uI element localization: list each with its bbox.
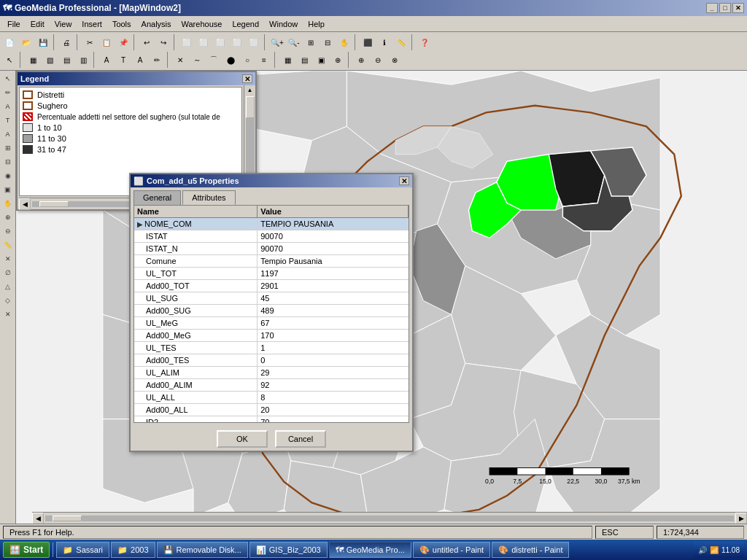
tb-r2[interactable]: ▧: [42, 52, 58, 68]
tb-zoom-prev[interactable]: ⊟: [320, 34, 336, 50]
tb-r17[interactable]: ▣: [313, 52, 329, 68]
left-btn-13[interactable]: 📏: [1, 238, 15, 252]
left-btn-15[interactable]: ∅: [1, 266, 15, 279]
tb-r21[interactable]: ⊗: [387, 52, 403, 68]
props-table-body[interactable]: ▶ NOME_COM TEMPIO PAUSANIA ISTAT 90070 I…: [134, 218, 409, 422]
menu-help[interactable]: Help: [303, 18, 329, 30]
tb-copy[interactable]: 📋: [98, 34, 115, 50]
left-btn-4[interactable]: T: [1, 114, 15, 127]
start-button[interactable]: 🪟 Start: [3, 542, 50, 558]
props-close-button[interactable]: ✕: [399, 176, 409, 185]
left-btn-10[interactable]: ✋: [1, 197, 15, 210]
props-row[interactable]: Add00_SUG 489: [134, 305, 409, 317]
props-row[interactable]: ISTAT_N 90070: [134, 243, 409, 255]
props-row[interactable]: Add00_ALIM 92: [134, 379, 409, 392]
left-btn-17[interactable]: ◇: [1, 294, 15, 307]
tb-arrow[interactable]: ↖: [1, 52, 18, 68]
props-row[interactable]: UL_ALL 8: [134, 392, 409, 404]
ok-button[interactable]: OK: [217, 430, 268, 448]
hscroll-thumb[interactable]: [53, 516, 82, 521]
tb-redo[interactable]: ↪: [155, 34, 171, 50]
hscroll-right[interactable]: ▶: [735, 513, 747, 524]
tb-zoom-full[interactable]: ⊞: [303, 34, 319, 50]
tb-undo[interactable]: ↩: [139, 34, 155, 50]
map-hscroll[interactable]: ◀ ▶: [32, 512, 747, 524]
tb-paste[interactable]: 📌: [115, 34, 131, 50]
tb-print[interactable]: 🖨: [58, 34, 74, 50]
map-area[interactable]: 0,0 7,5 15,0 22,5 30,0 37,5 km Legend ✕ …: [16, 71, 747, 524]
tb-r15[interactable]: ▦: [279, 52, 295, 68]
tb-r5[interactable]: A: [98, 52, 115, 68]
tb-pan[interactable]: ✋: [336, 34, 352, 50]
left-btn-7[interactable]: ⊟: [1, 155, 15, 168]
taskbar-geomedia[interactable]: 🗺 GeoMedia Pro...: [329, 542, 411, 558]
tb-b5[interactable]: ⬜: [246, 34, 262, 50]
tb-r6[interactable]: T: [115, 52, 131, 68]
props-title-bar[interactable]: ⬜ Com_add_u5 Properties ✕: [131, 174, 412, 187]
props-row[interactable]: UL_MeG 67: [134, 317, 409, 330]
legend-close-button[interactable]: ✕: [242, 74, 252, 83]
cancel-button[interactable]: Cancel: [275, 430, 326, 448]
maximize-button[interactable]: □: [719, 3, 731, 13]
tb-r9[interactable]: ✕: [172, 52, 188, 68]
tb-b4[interactable]: ⬜: [229, 34, 245, 50]
left-btn-1[interactable]: ↖: [1, 72, 15, 85]
tb-r13[interactable]: ○: [239, 52, 255, 68]
tb-save[interactable]: 💾: [35, 34, 51, 50]
left-btn-2[interactable]: ✏: [1, 86, 15, 99]
tb-help[interactable]: ❓: [417, 34, 433, 50]
left-btn-12[interactable]: ⊖: [1, 225, 15, 238]
props-row[interactable]: UL_TES 1: [134, 342, 409, 354]
props-row[interactable]: Add00_TES 0: [134, 354, 409, 367]
menu-file[interactable]: File: [3, 18, 25, 30]
menu-analysis[interactable]: Analysis: [137, 18, 176, 30]
tb-r1[interactable]: ▦: [25, 52, 41, 68]
props-row[interactable]: UL_TOT 1197: [134, 268, 409, 280]
left-btn-14[interactable]: ✕: [1, 252, 15, 265]
props-row[interactable]: Add00_ALL 20: [134, 404, 409, 416]
tb-r11[interactable]: ⌒: [206, 52, 222, 68]
legend-scroll-left[interactable]: ◀: [19, 198, 31, 210]
tb-new[interactable]: 📄: [1, 34, 18, 50]
taskbar-2003[interactable]: 📁 2003: [111, 542, 155, 558]
menu-warehouse[interactable]: Warehouse: [177, 18, 227, 30]
props-row[interactable]: UL_ALIM 29: [134, 367, 409, 379]
left-btn-18[interactable]: ✕: [1, 308, 15, 321]
tb-r4[interactable]: ▥: [75, 52, 91, 68]
tb-zoom-in[interactable]: 🔍+: [269, 34, 285, 50]
tb-r18[interactable]: ⊕: [330, 52, 346, 68]
left-btn-6[interactable]: ⊞: [1, 141, 15, 155]
legend-title-bar[interactable]: Legend ✕: [18, 72, 255, 85]
taskbar-paint-distretti[interactable]: 🎨 distretti - Paint: [492, 542, 569, 558]
left-btn-11[interactable]: ⊕: [1, 211, 15, 224]
tab-attributes[interactable]: Attributes: [182, 190, 235, 205]
tab-general[interactable]: General: [133, 190, 181, 205]
tb-zoom-out[interactable]: 🔍-: [286, 34, 302, 50]
tb-info[interactable]: ℹ: [376, 34, 392, 50]
close-button[interactable]: ✕: [732, 3, 744, 13]
tb-meas[interactable]: 📏: [393, 34, 409, 50]
tb-r19[interactable]: ⊕: [353, 52, 369, 68]
props-row[interactable]: ISTAT 90070: [134, 230, 409, 243]
tb-r10[interactable]: ∼: [189, 52, 205, 68]
tb-r20[interactable]: ⊖: [370, 52, 386, 68]
props-row[interactable]: Comune Tempio Pausania: [134, 255, 409, 268]
menu-insert[interactable]: Insert: [77, 18, 107, 30]
left-btn-9[interactable]: ▣: [1, 183, 15, 196]
minimize-button[interactable]: _: [706, 3, 718, 13]
tb-r12[interactable]: ⬤: [222, 52, 239, 68]
tb-r8[interactable]: ✏: [149, 52, 165, 68]
left-btn-8[interactable]: ◉: [1, 169, 15, 182]
left-btn-5[interactable]: A: [1, 128, 15, 141]
menu-edit[interactable]: Edit: [26, 18, 49, 30]
tb-open[interactable]: 📂: [18, 34, 34, 50]
tb-b3[interactable]: ⬜: [212, 34, 228, 50]
tb-b2[interactable]: ⬜: [196, 34, 212, 50]
hscroll-track[interactable]: [45, 516, 734, 521]
props-row[interactable]: Add00_MeG 170: [134, 330, 409, 342]
tb-r7[interactable]: A: [132, 52, 148, 68]
menu-legend[interactable]: Legend: [228, 18, 263, 30]
tb-select[interactable]: ⬛: [360, 34, 376, 50]
left-btn-3[interactable]: A: [1, 100, 15, 113]
taskbar-removable[interactable]: 💾 Removable Disk...: [157, 542, 248, 558]
